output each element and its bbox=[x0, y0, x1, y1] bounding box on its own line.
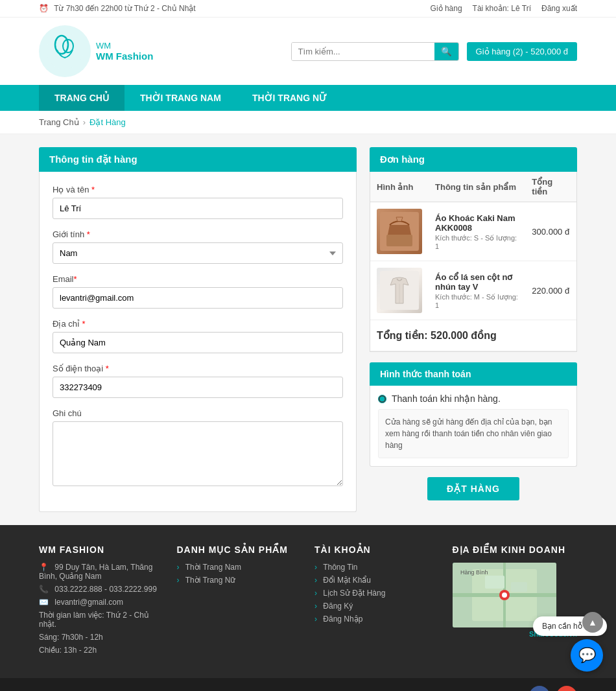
order-summary-body: Hình ảnh Thông tin sản phẩm Tổng tiền bbox=[370, 172, 577, 352]
svg-rect-12 bbox=[485, 576, 504, 589]
note-label: Ghi chú bbox=[53, 408, 343, 418]
nav-item-home[interactable]: TRANG CHỦ bbox=[39, 85, 124, 111]
breadcrumb-current: Đặt Hàng bbox=[89, 117, 126, 127]
footer-account-info[interactable]: › Thông Tin bbox=[314, 563, 440, 572]
address-field-group: Địa chỉ * bbox=[53, 319, 343, 353]
breadcrumb-sep: › bbox=[83, 117, 86, 127]
phone-field-group: Số điện thoại * bbox=[53, 364, 343, 398]
payment-body: Thanh toán khi nhận hàng. Cửa hàng sẽ gử… bbox=[370, 386, 577, 467]
order-table-header-row: Hình ảnh Thông tin sản phẩm Tổng tiền bbox=[370, 172, 576, 202]
order-form-panel: Thông tin đặt hàng Họ và tên * Giới tính… bbox=[39, 147, 357, 512]
clock-icon: ⏰ bbox=[39, 4, 49, 13]
name-input[interactable] bbox=[53, 198, 343, 219]
payment-header: Hình thức thanh toán bbox=[370, 362, 577, 386]
email-required: * bbox=[74, 274, 77, 284]
order-total: Tổng tiền: 520.000 đồng bbox=[370, 320, 576, 351]
footer-account-history[interactable]: › Lịch Sử Đặt Hàng bbox=[314, 589, 440, 598]
order-button-row: ĐẶT HÀNG bbox=[370, 477, 577, 500]
chevron-right-icon: › bbox=[177, 563, 180, 572]
phone-required: * bbox=[103, 364, 109, 373]
top-bar: ⏰ Từ 7h30 đến 22h00 từ Thứ 2 - Chủ Nhật … bbox=[0, 0, 616, 18]
col-total: Tổng tiền bbox=[525, 172, 576, 202]
product-name-1: Áo Khoác Kaki Nam AKK0008 bbox=[435, 213, 519, 233]
gender-select[interactable]: Nam Nữ bbox=[53, 242, 343, 264]
footer-account-register[interactable]: › Đăng Ký bbox=[314, 602, 440, 611]
email-icon: ✉️ bbox=[39, 598, 49, 607]
footer-brand-name: WM FASHION bbox=[39, 545, 164, 555]
location-icon: 📍 bbox=[39, 563, 49, 572]
footer-phone: 📞 033.2222.888 - 033.2222.999 bbox=[39, 585, 164, 594]
footer-catalog-col: DANH MỤC SẢN PHẨM › Thời Trang Nam › Thờ… bbox=[177, 545, 302, 659]
footer: WM FASHION 📍 99 Duy Tân, Hà Lam, Thăng B… bbox=[0, 525, 616, 678]
product-image-cell bbox=[370, 202, 429, 261]
logo-text: WM WM Fashion bbox=[96, 41, 153, 62]
gender-label: Giới tính * bbox=[53, 229, 343, 239]
footer-work-hours: Thời gian làm việc: Thứ 2 - Chủ nhật. bbox=[39, 611, 164, 629]
footer-catalog-list: › Thời Trang Nam › Thời Trang Nữ bbox=[177, 563, 302, 585]
footer-bottom-row: © 2021 - Bản quyền thuộc về WM Fashion. … bbox=[39, 686, 577, 691]
col-image: Hình ảnh bbox=[370, 172, 429, 202]
phone-input[interactable] bbox=[53, 377, 343, 398]
top-bar-right: Giỏ hàng Tài khoản: Lê Trí Đăng xuất bbox=[431, 4, 577, 13]
search-input[interactable] bbox=[292, 43, 434, 60]
mail-button[interactable]: ✉ bbox=[556, 686, 577, 691]
payment-radio[interactable] bbox=[378, 395, 386, 403]
email-field-group: Email* bbox=[53, 274, 343, 309]
logo-area: WM WM Fashion bbox=[39, 25, 153, 77]
product-meta-1: Kích thước: S - Số lượng: 1 bbox=[435, 234, 519, 250]
product-image-cell-2 bbox=[370, 261, 429, 320]
chevron-right-icon: › bbox=[314, 563, 317, 572]
scroll-top-button[interactable]: ▲ bbox=[582, 612, 603, 633]
footer-catalog-women[interactable]: › Thời Trang Nữ bbox=[177, 576, 302, 585]
footer-account-list: › Thông Tin › Đổi Mật Khẩu › Lịch Sử Đặt… bbox=[314, 563, 440, 624]
footer-account-col: TÀI KHOẢN › Thông Tin › Đổi Mật Khẩu › L… bbox=[314, 545, 440, 659]
order-form-header: Thông tin đặt hàng bbox=[39, 147, 357, 172]
nav-item-women[interactable]: THỜI TRANG NỮ bbox=[237, 85, 342, 111]
social-links: f ✉ bbox=[529, 686, 577, 691]
phone-icon: 📞 bbox=[39, 585, 49, 594]
order-form-body: Họ và tên * Giới tính * Nam Nữ Email* bbox=[39, 172, 357, 512]
product-price-1: 300.000 đ bbox=[525, 202, 576, 261]
table-row: Áo cổ lá sen cột nơ nhún tay V Kích thướ… bbox=[370, 261, 576, 320]
address-label: Địa chỉ * bbox=[53, 319, 343, 329]
footer-account-password[interactable]: › Đổi Mật Khẩu bbox=[314, 576, 440, 585]
facebook-button[interactable]: f bbox=[529, 686, 550, 691]
logo-image bbox=[39, 25, 91, 77]
product-meta-2: Kích thước: M - Số lượng: 1 bbox=[435, 293, 519, 309]
address-input[interactable] bbox=[53, 332, 343, 353]
order-table: Hình ảnh Thông tin sản phẩm Tổng tiền bbox=[370, 172, 576, 320]
svg-rect-13 bbox=[511, 582, 527, 592]
footer-brand-col: WM FASHION 📍 99 Duy Tân, Hà Lam, Thăng B… bbox=[39, 545, 164, 659]
product-info-cell-1: Áo Khoác Kaki Nam AKK0008 Kích thước: S … bbox=[429, 202, 525, 261]
top-bar-hours: ⏰ Từ 7h30 đến 22h00 từ Thứ 2 - Chủ Nhật bbox=[39, 4, 196, 13]
product-price-2: 220.000 đ bbox=[525, 261, 576, 320]
note-textarea[interactable] bbox=[53, 421, 343, 486]
email-input[interactable] bbox=[53, 287, 343, 309]
footer-morning: Sáng: 7h30h - 12h bbox=[39, 633, 164, 642]
chevron-right-icon: › bbox=[314, 589, 317, 598]
chevron-right-icon: › bbox=[177, 576, 180, 585]
svg-point-11 bbox=[502, 592, 507, 598]
svg-text:Hàng Bình: Hàng Bình bbox=[460, 569, 488, 576]
chat-bubble[interactable]: 💬 bbox=[571, 639, 603, 672]
footer-bottom: © 2021 - Bản quyền thuộc về WM Fashion. … bbox=[0, 678, 616, 691]
footer-afternoon: Chiều: 13h - 22h bbox=[39, 646, 164, 655]
footer-catalog-title: DANH MỤC SẢN PHẨM bbox=[177, 545, 302, 555]
chevron-right-icon: › bbox=[314, 602, 317, 611]
search-button[interactable]: 🔍 bbox=[434, 43, 458, 60]
email-label: Email* bbox=[53, 274, 343, 284]
footer-catalog-men[interactable]: › Thời Trang Nam bbox=[177, 563, 302, 572]
nav-item-men[interactable]: THỜI TRANG NAM bbox=[124, 85, 237, 111]
cart-button[interactable]: Giỏ hàng (2) - 520,000 đ bbox=[467, 42, 577, 61]
place-order-button[interactable]: ĐẶT HÀNG bbox=[427, 477, 519, 500]
breadcrumb-home[interactable]: Trang Chủ bbox=[39, 117, 79, 127]
product-name-2: Áo cổ lá sen cột nơ nhún tay V bbox=[435, 272, 519, 292]
account-link[interactable]: Tài khoản: Lê Trí bbox=[473, 4, 531, 13]
footer-account-title: TÀI KHOẢN bbox=[314, 545, 440, 555]
logout-link[interactable]: Đăng xuất bbox=[541, 4, 577, 13]
name-required: * bbox=[89, 185, 95, 194]
footer-account-login[interactable]: › Đăng Nhập bbox=[314, 615, 440, 624]
chevron-right-icon: › bbox=[314, 576, 317, 585]
cart-link[interactable]: Giỏ hàng bbox=[431, 4, 462, 13]
payment-method-row: Thanh toán khi nhận hàng. bbox=[378, 393, 569, 404]
